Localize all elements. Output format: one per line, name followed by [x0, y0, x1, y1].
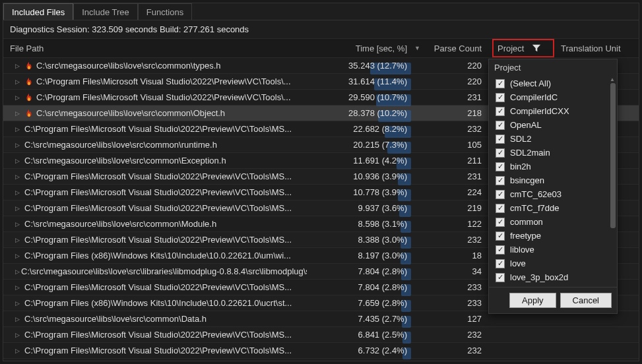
- checkbox-icon[interactable]: ✓: [496, 135, 505, 144]
- parse-count-cell: 233: [426, 298, 488, 308]
- column-project[interactable]: Project: [488, 39, 554, 57]
- filter-item[interactable]: ✓freetype: [489, 229, 617, 243]
- filter-item[interactable]: ✓SDL2: [489, 132, 617, 146]
- filter-title: Project: [489, 59, 617, 75]
- filter-item-label: love_3p_box2d: [510, 272, 568, 282]
- parse-count-cell: 233: [426, 282, 488, 292]
- expander-icon[interactable]: ▷: [15, 63, 23, 69]
- checkbox-icon[interactable]: ✓: [496, 93, 505, 102]
- tab-functions[interactable]: Functions: [138, 3, 192, 20]
- column-parse-count[interactable]: Parse Count: [426, 44, 488, 53]
- checkbox-icon[interactable]: ✓: [496, 218, 505, 227]
- checkbox-icon[interactable]: ✓: [496, 231, 505, 241]
- table-row[interactable]: ▷C:\Program Files\Microsoft Visual Studi…: [3, 327, 639, 343]
- expander-icon[interactable]: ▷: [15, 173, 23, 180]
- file-path-text: C:\src\megasource\libs\love\src\common\E…: [24, 156, 226, 166]
- checkbox-icon[interactable]: ✓: [496, 190, 505, 199]
- expander-icon[interactable]: ▷: [15, 300, 23, 307]
- filter-scrollbar[interactable]: ▲ ▼: [609, 78, 616, 287]
- file-path-cell: ▷C:\Program Files (x86)\Windows Kits\10\…: [3, 298, 307, 308]
- filter-item[interactable]: ✓cmTC_62e03: [489, 187, 617, 201]
- tab-bar: Included Files Include Tree Functions: [3, 3, 639, 20]
- apply-button[interactable]: Apply: [509, 293, 556, 308]
- expander-icon[interactable]: ▷: [15, 316, 23, 322]
- column-time[interactable]: Time [sec, %] ▼: [307, 44, 426, 53]
- expander-icon[interactable]: ▷: [15, 158, 23, 164]
- filter-item[interactable]: ✓bin2h: [489, 160, 617, 173]
- filter-item[interactable]: ✓(Select All): [489, 76, 617, 90]
- column-translation-unit[interactable]: Translation Unit: [554, 44, 633, 53]
- expander-icon[interactable]: ▷: [15, 189, 23, 196]
- filter-item[interactable]: ✓love_3p_box2d: [489, 270, 617, 284]
- filter-item-label: liblove: [510, 245, 534, 255]
- checkbox-icon[interactable]: ✓: [496, 176, 505, 185]
- time-cell: 29.590 (10.7%): [307, 92, 426, 102]
- tab-include-tree[interactable]: Include Tree: [73, 3, 138, 20]
- time-cell: 7.659 (2.8%): [307, 298, 426, 308]
- file-path-text: C:\src\megasource\libs\love\src\common\t…: [36, 61, 221, 71]
- expander-icon[interactable]: ▷: [15, 94, 23, 101]
- filter-item[interactable]: ✓CompilerIdC: [489, 90, 617, 104]
- filter-item-label: CompilerIdCXX: [510, 106, 569, 116]
- checkbox-icon[interactable]: ✓: [496, 273, 505, 282]
- expander-icon[interactable]: ▷: [15, 332, 23, 338]
- expander-icon[interactable]: ▷: [15, 110, 23, 117]
- time-cell: 7.804 (2.8%): [307, 282, 426, 292]
- filter-item[interactable]: ✓love: [489, 257, 617, 270]
- expander-icon[interactable]: ▷: [15, 126, 23, 133]
- checkbox-icon[interactable]: ✓: [496, 107, 505, 116]
- file-path-text: C:\Program Files\Microsoft Visual Studio…: [24, 171, 292, 181]
- filter-item[interactable]: ✓OpenAL: [489, 118, 617, 132]
- parse-count-cell: 127: [426, 314, 488, 324]
- time-cell: 6.841 (2.5%): [307, 330, 426, 340]
- filter-item[interactable]: ✓liblove: [489, 243, 617, 257]
- file-path-cell: ▷C:\Program Files\Microsoft Visual Studi…: [3, 203, 307, 213]
- scroll-thumb[interactable]: [610, 83, 616, 228]
- checkbox-icon[interactable]: ✓: [496, 245, 505, 255]
- parse-count-cell: 218: [426, 108, 488, 118]
- file-path-cell: ▷C:\Program Files\Microsoft Visual Studi…: [3, 76, 307, 86]
- parse-count-cell: 231: [426, 171, 488, 181]
- expander-icon[interactable]: ▷: [15, 237, 23, 243]
- expander-icon[interactable]: ▷: [15, 284, 23, 291]
- filter-item[interactable]: ✓SDL2main: [489, 146, 617, 160]
- file-path-cell: ▷C:\Program Files\Microsoft Visual Studi…: [3, 330, 307, 340]
- expander-icon[interactable]: ▷: [15, 142, 23, 148]
- filter-buttons: Apply Cancel: [489, 287, 617, 313]
- cancel-button[interactable]: Cancel: [560, 293, 612, 308]
- expander-icon[interactable]: ▷: [15, 78, 23, 85]
- checkbox-icon[interactable]: ✓: [496, 259, 505, 268]
- filter-item-label: love: [510, 258, 526, 268]
- filter-item[interactable]: ✓CompilerIdCXX: [489, 104, 617, 118]
- filter-item[interactable]: ✓bsincgen: [489, 173, 617, 187]
- filter-item[interactable]: ✓cmTC_f7dde: [489, 201, 617, 215]
- table-row[interactable]: ▷C:\Program Files\Microsoft Visual Studi…: [3, 343, 639, 359]
- checkbox-icon[interactable]: ✓: [496, 79, 505, 88]
- parse-count-cell: 232: [426, 330, 488, 340]
- filter-item-label: cmTC_62e03: [510, 189, 562, 199]
- parse-count-cell: 211: [426, 156, 488, 166]
- scroll-up-icon[interactable]: ▲: [609, 76, 616, 82]
- time-cell: 9.937 (3.6%): [307, 203, 426, 213]
- column-file-path[interactable]: File Path: [3, 44, 307, 53]
- checkbox-icon[interactable]: ✓: [496, 121, 505, 130]
- expander-icon[interactable]: ▷: [15, 253, 23, 259]
- checkbox-icon[interactable]: ✓: [496, 162, 505, 171]
- file-path-cell: ▷C:\src\megasource\libs\love\src\common\…: [3, 314, 307, 324]
- file-path-text: C:\src\megasource\libs\love\src\common\O…: [36, 108, 225, 118]
- expander-icon[interactable]: ▷: [15, 348, 23, 354]
- expander-icon[interactable]: ▷: [15, 268, 20, 275]
- parse-count-cell: 232: [426, 346, 488, 355]
- parse-count-cell: 122: [426, 219, 488, 229]
- filter-item-label: freetype: [510, 231, 541, 241]
- checkbox-icon[interactable]: ✓: [496, 204, 505, 213]
- tab-included-files[interactable]: Included Files: [3, 3, 73, 20]
- expander-icon[interactable]: ▷: [15, 205, 23, 212]
- file-path-cell: ▷C:\Program Files\Microsoft Visual Studi…: [3, 92, 307, 102]
- filter-item[interactable]: ✓common: [489, 215, 617, 229]
- parse-count-cell: 224: [426, 187, 488, 197]
- expander-icon[interactable]: ▷: [15, 221, 23, 228]
- diagnostics-panel: Included Files Include Tree Functions Di…: [3, 3, 639, 361]
- checkbox-icon[interactable]: ✓: [496, 148, 505, 158]
- filter-item-label: bin2h: [510, 162, 531, 171]
